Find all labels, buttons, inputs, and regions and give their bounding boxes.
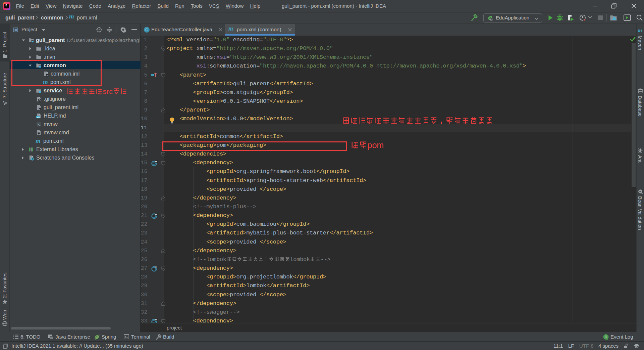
svg-text:m: m [151,73,154,77]
svg-text:1: 1 [605,335,607,339]
svg-text:C: C [145,28,148,32]
svg-text:MD: MD [37,116,40,118]
